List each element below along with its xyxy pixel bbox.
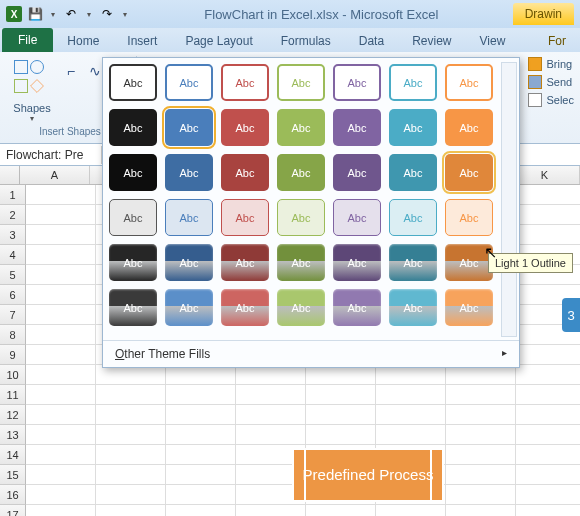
cell[interactable] <box>446 485 516 505</box>
shape-style-swatch[interactable]: Abc <box>277 154 325 191</box>
excel-app-icon[interactable]: X <box>6 6 22 22</box>
shape-style-swatch[interactable]: Abc <box>445 64 493 101</box>
cell[interactable] <box>26 285 96 305</box>
row-header[interactable]: 16 <box>0 485 26 505</box>
partial-shape-right[interactable]: 3 <box>562 298 580 332</box>
cell[interactable] <box>306 405 376 425</box>
shape-style-swatch[interactable]: Abc <box>109 154 157 191</box>
shape-style-swatch[interactable]: Abc <box>221 244 269 281</box>
cell[interactable] <box>306 385 376 405</box>
tab-page-layout[interactable]: Page Layout <box>171 30 266 52</box>
name-box[interactable]: Flowchart: Pre <box>0 146 102 164</box>
row-header[interactable]: 3 <box>0 225 26 245</box>
cell[interactable] <box>166 445 236 465</box>
cell[interactable] <box>446 385 516 405</box>
cell[interactable] <box>376 425 446 445</box>
cell[interactable] <box>96 445 166 465</box>
shape-style-swatch[interactable]: Abc <box>277 109 325 146</box>
connector-elbow-icon[interactable]: ⌐ <box>62 62 80 80</box>
shape-style-swatch[interactable]: Abc <box>445 199 493 236</box>
gallery-scrollbar[interactable] <box>501 62 517 337</box>
row-header[interactable]: 11 <box>0 385 26 405</box>
row-header[interactable]: 15 <box>0 465 26 485</box>
cell[interactable] <box>236 425 306 445</box>
shape-style-swatch[interactable]: Abc <box>277 244 325 281</box>
row-header[interactable]: 5 <box>0 265 26 285</box>
shape-style-swatch[interactable]: Abc <box>165 199 213 236</box>
tab-view[interactable]: View <box>466 30 520 52</box>
column-header[interactable]: K <box>510 166 580 184</box>
cell[interactable] <box>26 265 96 285</box>
row-header[interactable]: 14 <box>0 445 26 465</box>
cell[interactable] <box>446 425 516 445</box>
cell[interactable] <box>446 505 516 516</box>
qat-dropdown-1[interactable]: ▾ <box>48 10 58 19</box>
shape-style-swatch[interactable]: Abc <box>389 154 437 191</box>
row-header[interactable]: 17 <box>0 505 26 516</box>
cell[interactable] <box>166 425 236 445</box>
cell[interactable] <box>376 365 446 385</box>
shape-style-swatch[interactable]: Abc <box>109 109 157 146</box>
cell[interactable] <box>306 425 376 445</box>
shape-style-swatch[interactable]: Abc <box>221 64 269 101</box>
column-header[interactable]: A <box>20 166 90 184</box>
shape-style-swatch[interactable]: Abc <box>445 244 493 281</box>
cell[interactable] <box>26 365 96 385</box>
tab-home[interactable]: Home <box>53 30 113 52</box>
row-header[interactable]: 12 <box>0 405 26 425</box>
cell[interactable] <box>166 365 236 385</box>
shape-style-swatch[interactable]: Abc <box>277 64 325 101</box>
shape-style-swatch[interactable]: Abc <box>165 109 213 146</box>
cell[interactable] <box>26 405 96 425</box>
undo-dropdown[interactable]: ▾ <box>84 10 94 19</box>
cell[interactable] <box>516 485 580 505</box>
cell[interactable] <box>376 505 446 516</box>
cell[interactable] <box>26 465 96 485</box>
shape-style-swatch[interactable]: Abc <box>165 64 213 101</box>
shape-style-swatch[interactable]: Abc <box>221 109 269 146</box>
other-theme-fills-menu[interactable]: Other Theme Fills ▸ <box>103 340 519 367</box>
undo-button[interactable]: ↶ <box>62 5 80 23</box>
redo-button[interactable]: ↷ <box>98 5 116 23</box>
cell[interactable] <box>236 365 306 385</box>
cell[interactable] <box>166 405 236 425</box>
cell[interactable] <box>516 425 580 445</box>
cell[interactable] <box>516 385 580 405</box>
cell[interactable] <box>96 405 166 425</box>
cell[interactable] <box>96 485 166 505</box>
shapes-button[interactable]: Shapes ▾ <box>12 58 52 123</box>
cell[interactable] <box>236 385 306 405</box>
shape-style-swatch[interactable]: Abc <box>109 199 157 236</box>
cell[interactable] <box>166 505 236 516</box>
shape-style-swatch[interactable]: Abc <box>445 109 493 146</box>
cell[interactable] <box>26 345 96 365</box>
tab-review[interactable]: Review <box>398 30 465 52</box>
cell[interactable] <box>516 405 580 425</box>
cell[interactable] <box>26 225 96 245</box>
shape-style-swatch[interactable]: Abc <box>445 289 493 326</box>
cell[interactable] <box>166 485 236 505</box>
cell[interactable] <box>516 505 580 516</box>
shape-style-swatch[interactable]: Abc <box>333 64 381 101</box>
row-header[interactable]: 8 <box>0 325 26 345</box>
cell[interactable] <box>166 465 236 485</box>
shape-style-swatch[interactable]: Abc <box>165 289 213 326</box>
shape-style-swatch[interactable]: Abc <box>109 64 157 101</box>
row-header[interactable]: 7 <box>0 305 26 325</box>
cell[interactable] <box>26 185 96 205</box>
shape-style-swatch[interactable]: Abc <box>389 244 437 281</box>
predefined-process-shape[interactable]: Predefined Process <box>292 448 444 502</box>
send-backward-button[interactable]: Send <box>526 74 576 90</box>
tab-insert[interactable]: Insert <box>113 30 171 52</box>
shape-style-swatch[interactable]: Abc <box>109 289 157 326</box>
cell[interactable] <box>96 365 166 385</box>
shape-style-swatch[interactable]: Abc <box>389 289 437 326</box>
cell[interactable] <box>96 505 166 516</box>
shape-style-swatch[interactable]: Abc <box>277 199 325 236</box>
cell[interactable] <box>446 445 516 465</box>
cell[interactable] <box>236 505 306 516</box>
row-header[interactable]: 9 <box>0 345 26 365</box>
row-header[interactable]: 6 <box>0 285 26 305</box>
cell[interactable] <box>446 465 516 485</box>
bring-forward-button[interactable]: Bring <box>526 56 576 72</box>
